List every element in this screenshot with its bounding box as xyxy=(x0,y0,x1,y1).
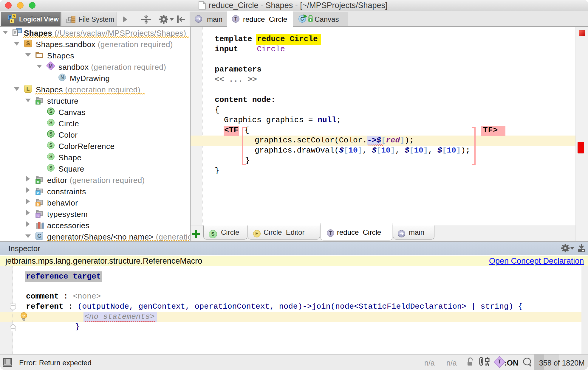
svg-text:c: c xyxy=(37,191,39,195)
svg-text:t: t xyxy=(38,214,39,218)
svg-text:e: e xyxy=(37,180,39,184)
svg-text:s: s xyxy=(37,100,39,105)
svg-text:b: b xyxy=(37,202,39,206)
